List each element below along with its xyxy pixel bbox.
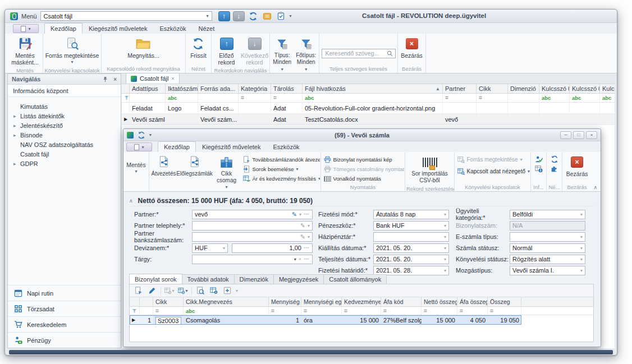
tab-megjegyzesek[interactable]: Megjegyzések	[274, 274, 324, 284]
view-source-button[interactable]: Forrás megtekintése ▾	[456, 155, 530, 164]
nav-item-csatolt-fajl[interactable]: Csatolt fájl	[8, 149, 121, 159]
close-button[interactable]: × Bezárás	[400, 35, 424, 65]
nav-module-napi-rutin[interactable]: Napi rutin	[8, 285, 121, 301]
filter-cell[interactable]: =	[269, 307, 301, 315]
column-header[interactable]: Kulcssz...	[600, 84, 615, 93]
save-button[interactable]: Mentés ▾	[125, 160, 146, 176]
nav-item-jelenteskeszito[interactable]: ▸Jelentéskészítő	[8, 121, 121, 130]
tab-kezdolap[interactable]: Kezdőlap	[44, 23, 83, 34]
column-header[interactable]: Cikk	[477, 84, 508, 93]
column-header[interactable]: Áfa összeg	[457, 297, 488, 306]
filter-cell[interactable]: =	[271, 94, 303, 102]
subject-field[interactable]: ▾×⋯	[192, 255, 313, 264]
bank-field[interactable]: Bank HUF▾	[373, 221, 449, 231]
person-check-icon[interactable]	[535, 155, 543, 163]
filter-cell[interactable]	[130, 94, 166, 102]
tab-dimenziok[interactable]: Dimenziók	[235, 274, 274, 284]
barcode-print-button[interactable]: Vonalkód nyomtatás	[322, 174, 404, 183]
preview-button[interactable]	[195, 286, 205, 295]
maximize-button[interactable]: □	[573, 131, 584, 139]
filter-cell[interactable]: abc	[570, 94, 600, 102]
nav-section-informacios-kozpont[interactable]: Információs központ	[8, 85, 121, 97]
table-row-selected[interactable]: ▶ Vevői számla Vevői szám... Adat TesztC…	[122, 114, 615, 125]
advance-invoices-button[interactable]: Előlegszámlák	[177, 153, 212, 192]
application-menu-button[interactable]: ▾	[13, 24, 39, 33]
chevron-down-icon[interactable]: ▾	[444, 234, 446, 239]
accounting-status-field[interactable]: Rögzítés alatt▾	[510, 255, 585, 264]
toolbar-more-caret-icon[interactable]: ▾	[236, 288, 238, 293]
exchange-rate-field[interactable]: 1,00 ⋯	[232, 243, 313, 253]
close-panel-icon[interactable]: ×	[113, 76, 117, 82]
nav-item-kimutatas[interactable]: Kimutatás	[8, 102, 121, 111]
filter-cell[interactable]	[198, 94, 239, 102]
invoice-status-field[interactable]: Normál▾	[510, 243, 585, 253]
filter-cell[interactable]: =	[422, 307, 457, 315]
filter-cell[interactable]: =	[381, 307, 422, 315]
pencil-icon[interactable]: ✎	[300, 234, 305, 239]
maintype-filter-button[interactable]: Főtípus: Minden ▾	[294, 35, 318, 73]
price-discount-refresh-button[interactable]: Ár és kedvezmény frissítés ▾	[241, 174, 320, 183]
partner-field[interactable]: vevő ✎▾⋯	[192, 210, 313, 219]
record-down-button[interactable]: ↓	[233, 11, 245, 21]
record-up-button[interactable]: ↑	[218, 11, 230, 21]
refresh-button[interactable]	[248, 11, 259, 21]
filter-cell[interactable]: =	[457, 307, 488, 315]
totals-summary-header[interactable]: ∧ Nettó összesen: 15 000 HUF (áfa: 4 050…	[129, 196, 594, 206]
cash-register-field[interactable]: ▾	[373, 232, 449, 242]
table-row[interactable]: Feladat Logo Feladat cs... Adat 05-Revol…	[122, 103, 615, 114]
chevron-down-icon[interactable]: ▾	[299, 212, 301, 217]
ellipsis-icon[interactable]: ⋯	[304, 246, 310, 250]
filter-cell[interactable]: =	[153, 307, 184, 315]
application-menu-button[interactable]: ▾	[126, 142, 152, 151]
tab-tovabbi-adatok[interactable]: További adatok	[182, 274, 235, 284]
nav-item-listas-attekintok[interactable]: ▸Listás áttekintők	[8, 111, 121, 121]
chevron-down-icon[interactable]: ▾	[580, 212, 583, 217]
insert-rows-button[interactable]: Sorok beemelése ▾	[241, 164, 320, 174]
column-header[interactable]: Fájl hivatkozás▲	[303, 84, 443, 93]
view-source-button[interactable]: Forrás megtekintése ▾	[44, 35, 100, 67]
document-tab-csatolt-fajl[interactable]: Csatolt fájl ×	[126, 73, 180, 84]
nav-item-gdpr[interactable]: ▸GDPR	[8, 159, 121, 168]
close-window-button[interactable]: ×	[586, 131, 597, 139]
chevron-down-icon[interactable]: ▾	[294, 257, 296, 262]
pin-icon[interactable]	[102, 76, 108, 82]
filter-cell[interactable]: abc	[539, 94, 570, 102]
refresh-icon[interactable]	[551, 155, 558, 163]
linked-data-viewer-button[interactable]: Kapcsolt adat nézegető ▾	[456, 167, 530, 176]
qat-more-caret-icon[interactable]: ▾	[290, 13, 292, 19]
chevron-down-icon[interactable]: ▾	[223, 246, 225, 251]
item-package-button[interactable]: Cikk csomag ▾	[212, 153, 241, 192]
column-header[interactable]: Dimenzió	[508, 84, 539, 93]
movement-type-field[interactable]: Vevői számla I.▾	[510, 266, 585, 275]
minimize-button[interactable]: ─	[560, 131, 571, 139]
save-as-button[interactable]: Mentés másként...	[8, 35, 42, 67]
column-header[interactable]: Partner	[443, 84, 477, 93]
column-header[interactable]: Kulcsszó 01	[539, 84, 570, 93]
chevron-down-icon[interactable]: ▾	[444, 212, 446, 217]
partner-site-field[interactable]: ✎▾	[192, 221, 313, 231]
filter-cell[interactable]: abc	[303, 94, 443, 102]
rebilling-transfer-button[interactable]: Továbbszámlázandók átvezetése	[241, 155, 320, 164]
chevron-down-icon[interactable]: ▾	[308, 234, 310, 239]
column-header[interactable]: Kulcsszó 02	[570, 84, 600, 93]
next-record-button[interactable]: ↓ Következő rekord	[241, 35, 269, 67]
puzzle-icon[interactable]	[551, 165, 558, 173]
detail-row-selected[interactable]: ▶ 1 Sz0003 Csomagolás 1 óra 15 000 27%Be…	[130, 315, 521, 325]
info-table-icon[interactable]	[535, 165, 543, 173]
fulfillment-date-field[interactable]: 2021. 05. 20.▾	[373, 255, 449, 264]
close-tab-icon[interactable]: ×	[171, 76, 174, 81]
chevron-down-icon[interactable]: ▾	[580, 257, 583, 262]
view-settings-button[interactable]: ▾	[178, 286, 188, 295]
clear-icon[interactable]: ×	[299, 256, 301, 262]
bulk-attachment-print-button[interactable]: Tömeges csatolmány nyomtatás	[322, 164, 404, 174]
column-header[interactable]: Áfa kód	[381, 297, 422, 306]
pencil-icon[interactable]: ✎	[292, 211, 297, 217]
tab-csatolt-allomanyok[interactable]: Csatolt állományok	[324, 274, 387, 284]
column-header[interactable]: Kategória	[239, 84, 271, 93]
document-print-preview-button[interactable]: Bizonylat nyomtatási kép	[322, 155, 404, 164]
menu-combobox[interactable]: Csatolt fájl ▾	[40, 11, 212, 21]
filter-cell[interactable]	[508, 94, 539, 102]
refresh-view-button[interactable]: Frissít	[189, 35, 208, 65]
column-header[interactable]: Adattípus	[130, 84, 166, 93]
item-code-editor[interactable]: Sz0003	[155, 317, 181, 325]
